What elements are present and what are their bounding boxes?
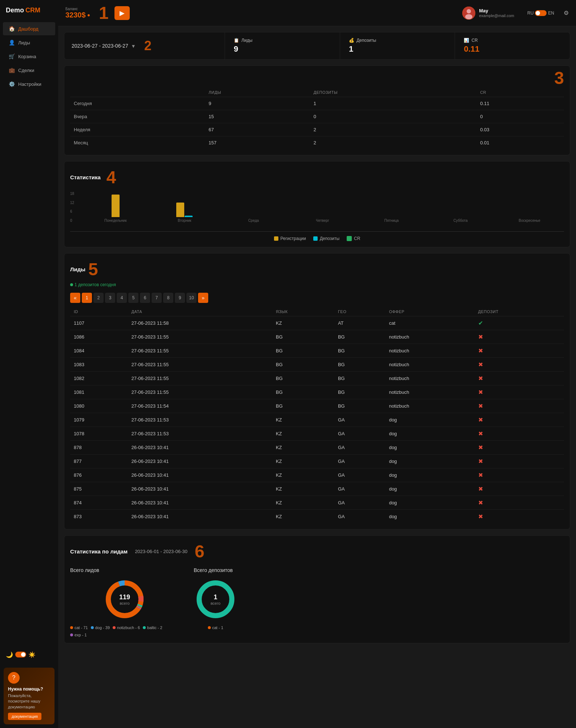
lang-en[interactable]: EN bbox=[548, 11, 554, 16]
kpi-cr: 📊 CR 0.11 bbox=[455, 32, 570, 59]
legend-color-dot bbox=[70, 626, 73, 629]
kpi-deposits-value: 1 bbox=[349, 44, 446, 54]
sidebar-item-leads[interactable]: 👤 Лиды bbox=[3, 36, 55, 49]
lead-offer: dog bbox=[385, 455, 474, 468]
leads-table: ID ДАТА ЯЗЫК ГЕО ОФФЕР ДЕПОЗИТ 1107 27-0… bbox=[70, 307, 564, 523]
lead-deposit: ✖ bbox=[475, 441, 564, 455]
lead-lang: KZ bbox=[272, 482, 334, 496]
leads-icon: 👤 bbox=[9, 40, 15, 45]
leads-cell: 157 bbox=[205, 136, 310, 149]
svg-point-1 bbox=[467, 9, 471, 13]
list-item: 876 26-06-2023 10:41 KZ GA dog ✖ bbox=[70, 468, 564, 482]
lead-offer: dog bbox=[385, 427, 474, 441]
video-button[interactable]: ▶ bbox=[114, 6, 130, 20]
deposits-cell: 2 bbox=[310, 123, 476, 136]
lang-toggle[interactable]: RU EN bbox=[527, 10, 554, 16]
list-item: 878 26-06-2023 10:41 KZ GA dog ✖ bbox=[70, 441, 564, 455]
page-9-button[interactable]: 9 bbox=[175, 293, 185, 303]
logo-demo: Demo bbox=[6, 7, 24, 14]
help-box: ? Нужна помощь? Пожалуйста, посмотрите н… bbox=[4, 668, 55, 724]
lang-switch[interactable] bbox=[535, 10, 547, 16]
lang-ru[interactable]: RU bbox=[527, 11, 533, 16]
date-dropdown-icon[interactable]: ▾ bbox=[132, 43, 135, 49]
cr-cell: 0 bbox=[476, 110, 564, 123]
deposit-fail-icon: ✖ bbox=[478, 417, 483, 423]
chart-legend: Регистрации Депозиты CR bbox=[70, 236, 564, 241]
list-item: 1107 27-06-2023 11:58 KZ AT cat ✔ bbox=[70, 316, 564, 330]
basket-icon: 🛒 bbox=[9, 53, 15, 59]
settings-gear-icon[interactable]: ⚙ bbox=[564, 9, 569, 16]
deposits-cell: 0 bbox=[310, 110, 476, 123]
deposit-fail-icon: ✖ bbox=[478, 458, 483, 464]
kpi-leads: 📋 Лиды 9 bbox=[225, 32, 340, 59]
donut-deposits-title: Всего депозитов bbox=[194, 567, 233, 573]
step-3: 3 bbox=[554, 68, 564, 88]
page-5-button[interactable]: 5 bbox=[128, 293, 138, 303]
user-email: example@mail.com bbox=[479, 13, 514, 18]
page-7-button[interactable]: 7 bbox=[152, 293, 162, 303]
content-area: 2023-06-27 - 2023-06-27 ▾ 2 📋 Лиды 9 💰 Д… bbox=[58, 26, 576, 728]
legend-deposits: Депозиты bbox=[313, 236, 339, 241]
page-3-button[interactable]: 3 bbox=[105, 293, 115, 303]
col-period bbox=[70, 88, 205, 97]
toggle-switch[interactable] bbox=[15, 652, 26, 657]
dark-mode-toggle[interactable]: 🌙 ☀️ bbox=[6, 651, 36, 658]
col-id: ID bbox=[70, 307, 128, 316]
date-picker[interactable]: 2023-06-27 - 2023-06-27 ▾ 2 bbox=[64, 32, 225, 59]
donut-legend-item: cat - 1 bbox=[208, 625, 223, 630]
period-cell: Вчера bbox=[70, 110, 205, 123]
legend-label: baltic - 2 bbox=[147, 625, 162, 630]
legend-color-dot bbox=[143, 626, 146, 629]
lead-deposit: ✖ bbox=[475, 510, 564, 524]
page-prev-button[interactable]: « bbox=[70, 293, 80, 303]
leads-cell: 15 bbox=[205, 110, 310, 123]
page-10-button[interactable]: 10 bbox=[186, 293, 197, 303]
help-text: Пожалуйста, посмотрите нашу документацию bbox=[8, 693, 50, 710]
dep-bar bbox=[185, 216, 193, 217]
page-6-button[interactable]: 6 bbox=[140, 293, 150, 303]
help-docs-button[interactable]: документация bbox=[8, 713, 41, 720]
deposit-fail-icon: ✖ bbox=[478, 389, 483, 395]
lead-deposit: ✖ bbox=[475, 385, 564, 399]
day-label: Среда bbox=[248, 219, 259, 223]
chart-title: Статистика 4 bbox=[70, 167, 564, 187]
page-8-button[interactable]: 8 bbox=[163, 293, 173, 303]
list-item: 1084 27-06-2023 11:55 BG BG notizbuch ✖ bbox=[70, 344, 564, 358]
lead-geo: GA bbox=[334, 427, 386, 441]
donut-legend-item: dog - 39 bbox=[91, 625, 110, 630]
legend-deposits-label: Депозиты bbox=[320, 236, 339, 241]
step-4: 4 bbox=[106, 167, 116, 187]
lead-geo: GA bbox=[334, 468, 386, 482]
sidebar-item-dashboard[interactable]: 🏠 Дашборд bbox=[3, 22, 55, 35]
lead-lang: KZ bbox=[272, 316, 334, 330]
deposit-fail-icon: ✖ bbox=[478, 361, 483, 368]
cr-cell: 0.03 bbox=[476, 123, 564, 136]
page-2-button[interactable]: 2 bbox=[93, 293, 104, 303]
page-next-button[interactable]: » bbox=[198, 293, 208, 303]
chart-bars: Понедельник Вторник Среда Четверг Пятниц… bbox=[81, 191, 564, 223]
deposits-kpi-icon: 💰 bbox=[349, 38, 354, 43]
donut-leads-label: 119 всего bbox=[119, 593, 130, 605]
sidebar-item-deals[interactable]: 💼 Сделки bbox=[3, 64, 55, 77]
donut-legend-item: cat - 71 bbox=[70, 625, 88, 630]
lead-date: 27-06-2023 11:54 bbox=[128, 399, 272, 413]
lead-id: 1080 bbox=[70, 399, 128, 413]
lead-offer: notizbuch bbox=[385, 372, 474, 385]
page-4-button[interactable]: 4 bbox=[117, 293, 127, 303]
lead-geo: BG bbox=[334, 385, 386, 399]
lead-date: 27-06-2023 11:53 bbox=[128, 413, 272, 427]
page-1-button[interactable]: 1 bbox=[82, 293, 92, 303]
pagination[interactable]: «12345678910» bbox=[70, 293, 564, 303]
table-row: Сегодня 9 1 0.11 bbox=[70, 97, 564, 110]
deposit-fail-icon: ✖ bbox=[478, 444, 483, 451]
period-cell: Неделя bbox=[70, 123, 205, 136]
sidebar-item-settings[interactable]: ⚙️ Настройки bbox=[3, 77, 55, 91]
lead-lang: KZ bbox=[272, 427, 334, 441]
step-6: 6 bbox=[195, 541, 205, 561]
lead-offer: notizbuch bbox=[385, 399, 474, 413]
sidebar-item-basket[interactable]: 🛒 Корзина bbox=[3, 50, 55, 63]
logo: DemoCRM bbox=[0, 0, 58, 19]
kpi-row: 2023-06-27 - 2023-06-27 ▾ 2 📋 Лиды 9 💰 Д… bbox=[64, 32, 570, 60]
lead-deposit: ✖ bbox=[475, 496, 564, 510]
lang-knob bbox=[536, 11, 540, 15]
